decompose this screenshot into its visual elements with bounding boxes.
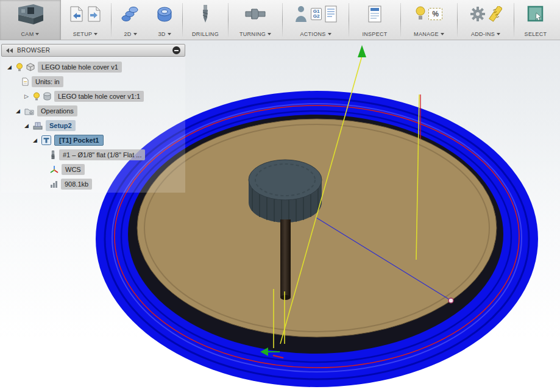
collapse-left-icon[interactable] <box>6 48 13 53</box>
cam-machine-icon[interactable] <box>14 3 47 25</box>
statistics-bars-icon <box>50 180 58 188</box>
drill-bit-icon[interactable] <box>200 4 210 24</box>
toolbar-group-2d[interactable]: 2D <box>113 0 148 40</box>
toolbar-group-drilling[interactable]: DRILLING <box>184 0 227 40</box>
toolbar-separator <box>514 3 514 37</box>
knob-body[interactable] <box>249 160 322 223</box>
setup-machine-icon <box>33 121 43 130</box>
tree-item-label[interactable]: LEGO table hole cover v1 <box>38 62 122 72</box>
bulb-icon[interactable] <box>16 63 23 71</box>
3d-milling-icon[interactable] <box>156 5 173 23</box>
y-axis-arrow[interactable] <box>358 45 366 57</box>
toolbar-label-drilling: DRILLING <box>192 31 219 37</box>
tree-item-label[interactable]: LEGO table hole cover v1:1 <box>54 91 144 101</box>
expander-icon[interactable]: ◢ <box>23 123 30 129</box>
toolbar-label-setup: SETUP <box>73 31 93 37</box>
minimize-panel-icon[interactable] <box>172 46 180 54</box>
operations-folder-icon <box>24 107 34 115</box>
toolbar-group-turning[interactable]: TURNING <box>230 0 281 40</box>
toolbar-separator <box>400 3 401 37</box>
toolbar-group-select[interactable]: SELECT <box>516 0 556 40</box>
toolbar-label-cam: CAM <box>21 31 34 37</box>
toolbar-label-2d: 2D <box>124 31 131 37</box>
tree-item-label[interactable]: Operations <box>37 105 77 116</box>
toolbar-label-3d: 3D <box>158 31 165 37</box>
cam-ribbon-toolbar: CAM SETUP <box>0 0 560 40</box>
tree-item-component[interactable]: ▷ LEGO table hole cover v1:1 <box>1 89 185 104</box>
toolbar-group-inspect[interactable]: INSPECT <box>350 0 399 40</box>
expander-icon[interactable]: ◢ <box>32 137 38 143</box>
toolbar-label-actions: ACTIONS <box>300 31 325 37</box>
chevron-down-icon <box>497 33 500 35</box>
tree-item-tool[interactable]: #1 – Ø1/8" flat (1/8" Flat ... <box>1 148 185 162</box>
tree-item-wcs[interactable]: WCS <box>1 162 185 177</box>
toolbar-separator <box>111 3 112 37</box>
app-window: CAM SETUP <box>0 0 560 392</box>
toolbar-separator <box>349 3 349 37</box>
toolbar-label-turning: TURNING <box>239 31 266 37</box>
stock-disc[interactable] <box>137 119 497 337</box>
chevron-down-icon <box>328 33 331 35</box>
gear-icon[interactable] <box>470 6 486 22</box>
toolbar-label-select: SELECT <box>525 31 547 37</box>
tool-shank[interactable] <box>280 219 291 300</box>
tree-item-label[interactable]: Setup2 <box>46 120 76 130</box>
chevron-down-icon <box>268 33 271 35</box>
tree-item-pocket1[interactable]: ◢ [T1] Pocket1 <box>1 133 185 148</box>
document-component-icon <box>26 63 35 71</box>
tree-item-operations[interactable]: ◢ Operations <box>1 104 185 118</box>
tree-item-root[interactable]: ◢ LEGO table hole cover v1 <box>1 60 185 74</box>
new-folder-icon[interactable] <box>87 5 102 23</box>
toolbar-group-setup[interactable]: SETUP <box>61 0 110 40</box>
generate-gcode-icon[interactable]: G1 G2 <box>311 8 322 21</box>
expander-icon[interactable]: ◢ <box>15 108 21 114</box>
simulate-person-icon[interactable] <box>294 5 308 23</box>
percent-box-icon[interactable]: % <box>428 8 442 21</box>
viewport-3d[interactable]: BROWSER ◢ LEGO table hole cover v1 <box>0 40 560 392</box>
tree-item-units[interactable]: Units: in <box>1 74 185 89</box>
toolbar-separator <box>457 3 458 37</box>
browser-header[interactable]: BROWSER <box>1 44 185 57</box>
wcs-axes-icon <box>50 165 58 174</box>
bulb-icon[interactable] <box>33 92 40 101</box>
new-setup-icon[interactable] <box>69 5 84 23</box>
setup-sheet-icon[interactable] <box>368 5 381 23</box>
document-icon <box>22 77 29 86</box>
tree-item-label[interactable]: Units: in <box>32 76 63 87</box>
2d-milling-icon[interactable] <box>121 5 140 23</box>
toolbar-label-inspect: INSPECT <box>362 31 387 37</box>
expander-icon[interactable]: ▷ <box>23 93 30 99</box>
chevron-down-icon <box>133 33 137 35</box>
chevron-down-icon <box>94 33 97 35</box>
toolbar-separator <box>282 3 283 37</box>
sketch-point[interactable] <box>448 298 453 303</box>
selection-box-icon[interactable] <box>526 5 545 23</box>
chevron-down-icon <box>35 33 39 35</box>
toolbar-group-addins[interactable]: ADD-INS <box>459 0 512 40</box>
chevron-down-icon <box>168 33 171 35</box>
toolbar-label-manage: MANAGE <box>414 31 439 37</box>
toolbar-separator <box>228 3 229 37</box>
ruler-icon[interactable] <box>489 6 502 22</box>
expander-icon[interactable]: ◢ <box>6 64 13 70</box>
toolbar-group-manage[interactable]: % MANAGE <box>402 0 456 40</box>
endmill-tool-icon <box>50 151 56 160</box>
tree-item-label[interactable]: 908.1kb <box>61 179 92 189</box>
post-process-document-icon[interactable] <box>325 5 337 23</box>
tree-item-label[interactable]: #1 – Ø1/8" flat (1/8" Flat ... <box>59 149 145 160</box>
tree-item-size[interactable]: 908.1kb <box>1 177 185 191</box>
pocket-operation-icon <box>41 135 51 145</box>
tree-item-label[interactable]: WCS <box>62 164 85 174</box>
body-cylinder-icon <box>43 92 51 101</box>
browser-panel: BROWSER ◢ LEGO table hole cover v1 <box>1 44 185 193</box>
toolbar-group-3d[interactable]: 3D <box>148 0 181 40</box>
percent-badge: % <box>432 10 439 18</box>
tree-item-setup2[interactable]: ◢ Setup2 <box>1 118 185 133</box>
toolbar-group-actions[interactable]: G1 G2 ACTIONS <box>284 0 347 40</box>
toolbar-group-cam[interactable]: CAM <box>0 0 61 40</box>
chevron-down-icon <box>441 33 444 35</box>
lathe-part-icon[interactable] <box>244 6 266 22</box>
toolbar-label-addins: ADD-INS <box>471 31 495 37</box>
bulb-icon[interactable] <box>416 5 425 23</box>
tree-item-label[interactable]: [T1] Pocket1 <box>54 135 104 146</box>
